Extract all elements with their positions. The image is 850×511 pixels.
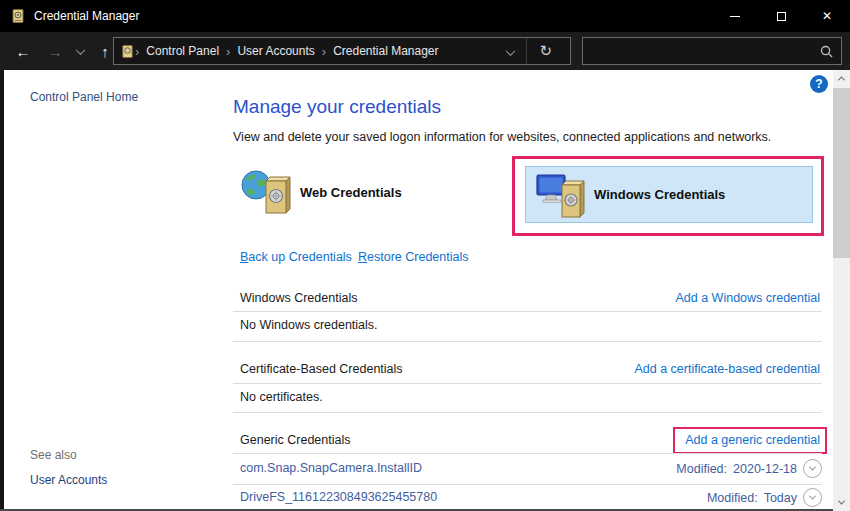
chevron-down-icon xyxy=(75,45,85,55)
windows-credentials-icon xyxy=(536,172,586,218)
divider xyxy=(233,412,822,413)
scroll-down-button[interactable] xyxy=(833,494,850,511)
breadcrumb-item-control-panel[interactable]: Control Panel xyxy=(139,44,226,58)
help-button[interactable]: ? xyxy=(810,75,828,93)
scroll-up-button[interactable] xyxy=(833,70,850,87)
divider xyxy=(233,453,822,454)
expand-credential-button[interactable] xyxy=(803,488,822,507)
search-icon xyxy=(820,45,833,58)
close-button[interactable]: ✕ xyxy=(804,0,850,32)
sidebar-item-user-accounts[interactable]: User Accounts xyxy=(30,473,107,487)
section-certificate-credentials-label: Certificate-Based Credentials xyxy=(240,362,403,376)
breadcrumb-item-credential-manager[interactable]: Credential Manager xyxy=(326,44,445,58)
window-title: Credential Manager xyxy=(34,9,139,23)
add-windows-credential-link[interactable]: Add a Windows credential xyxy=(675,291,820,305)
back-button[interactable]: ← xyxy=(10,32,36,70)
credential-manager-window: Credential Manager ✕ ← → ↑ › Control Pan… xyxy=(0,0,850,511)
address-bar-right: ↻ xyxy=(495,38,564,64)
no-certificates-text: No certificates. xyxy=(240,390,323,404)
maximize-icon xyxy=(777,12,786,21)
close-icon: ✕ xyxy=(822,9,832,23)
credential-row-meta: Modified: Today xyxy=(707,488,822,507)
web-credentials-label: Web Credentials xyxy=(300,185,402,200)
recent-locations-button[interactable] xyxy=(70,32,90,70)
sidebar-item-control-panel-home[interactable]: Control Panel Home xyxy=(30,90,138,104)
address-bar[interactable]: › Control Panel › User Accounts › Creden… xyxy=(113,37,571,65)
chevron-down-icon xyxy=(838,498,845,505)
chevron-down-icon xyxy=(809,493,816,500)
search-box[interactable] xyxy=(582,37,842,65)
windows-credentials-tile[interactable]: Windows Credentials xyxy=(525,166,813,223)
section-generic-credentials-label: Generic Credentials xyxy=(240,433,350,447)
minimize-button[interactable] xyxy=(712,0,758,32)
chevron-down-icon xyxy=(506,46,516,56)
chevron-up-icon xyxy=(838,76,845,83)
maximize-button[interactable] xyxy=(758,0,804,32)
app-vault-icon xyxy=(10,8,26,24)
divider xyxy=(233,341,822,342)
modified-label: Modified: xyxy=(676,462,727,476)
add-certificate-credential-link[interactable]: Add a certificate-based credential xyxy=(634,362,820,376)
window-left-edge xyxy=(0,70,4,511)
vertical-scrollbar[interactable] xyxy=(833,70,850,511)
add-generic-credential-link[interactable]: Add a generic credential xyxy=(685,433,820,447)
navigation-bar: ← → ↑ › Control Panel › User Accounts › … xyxy=(0,32,850,70)
credential-row-meta: Modified: 2020-12-18 xyxy=(676,459,822,478)
sidebar-see-also-label: See also xyxy=(30,448,77,462)
credential-row-name[interactable]: com.Snap.SnapCamera.InstallID xyxy=(240,461,422,475)
back-icon: ← xyxy=(16,43,31,60)
modified-label: Modified: xyxy=(707,491,758,505)
divider xyxy=(233,484,822,485)
page-description: View and delete your saved logon informa… xyxy=(233,130,771,144)
scrollbar-thumb[interactable] xyxy=(833,88,850,258)
chevron-down-icon xyxy=(809,464,816,471)
divider xyxy=(233,311,822,312)
no-windows-credentials-text: No Windows credentials. xyxy=(240,318,378,332)
window-controls: ✕ xyxy=(712,0,850,32)
search-input[interactable] xyxy=(583,44,820,58)
breadcrumb-item-user-accounts[interactable]: User Accounts xyxy=(230,44,321,58)
web-credentials-icon xyxy=(240,168,292,216)
section-windows-credentials-label: Windows Credentials xyxy=(240,291,357,305)
title-bar: Credential Manager ✕ xyxy=(0,0,850,32)
address-dropdown-button[interactable] xyxy=(495,42,526,60)
restore-credentials-link[interactable]: Restore Credentials xyxy=(358,250,468,264)
modified-value: 2020-12-18 xyxy=(733,462,797,476)
forward-button[interactable]: → xyxy=(42,32,68,70)
minimize-icon xyxy=(730,16,740,17)
up-icon: ↑ xyxy=(101,43,109,60)
help-icon: ? xyxy=(815,77,822,91)
expand-credential-button[interactable] xyxy=(803,459,822,478)
backup-credentials-link[interactable]: Back up Credentials xyxy=(240,250,352,264)
forward-icon: → xyxy=(48,43,63,60)
location-vault-icon xyxy=(120,44,135,59)
credential-row-name[interactable]: DriveFS_116122308493625455780 xyxy=(240,490,437,504)
modified-value: Today xyxy=(764,491,797,505)
windows-credentials-label: Windows Credentials xyxy=(594,187,725,202)
divider xyxy=(233,383,822,384)
page-title: Manage your credentials xyxy=(233,96,441,118)
refresh-button[interactable]: ↻ xyxy=(527,42,564,60)
web-credentials-tile[interactable]: Web Credentials xyxy=(240,168,402,216)
